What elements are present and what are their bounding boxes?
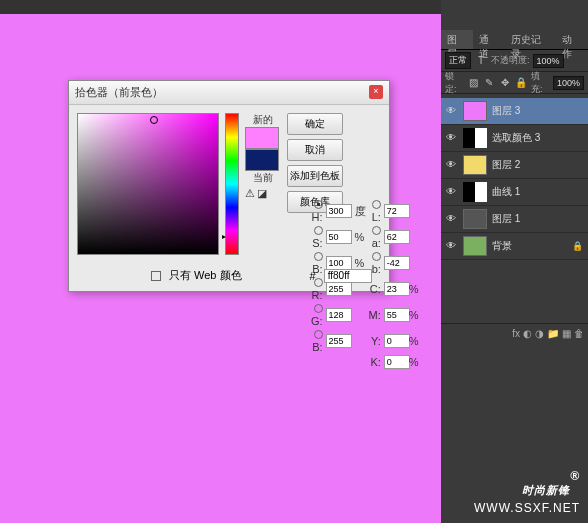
c-input[interactable] <box>384 282 410 296</box>
hex-input[interactable] <box>324 269 372 283</box>
g-input[interactable] <box>326 308 352 322</box>
cancel-button[interactable]: 取消 <box>287 139 343 161</box>
layers-panel: 图层 通道 历史记录 动作 正常 T 不透明度: 100% 锁定: ▨ ✎ ✥ … <box>441 0 588 523</box>
layer-name[interactable]: 图层 2 <box>492 158 520 172</box>
webonly-label: 只有 Web 颜色 <box>169 268 242 283</box>
radio-s[interactable] <box>314 226 323 235</box>
radio-g[interactable] <box>314 304 323 313</box>
dialog-titlebar[interactable]: 拾色器（前景色） × <box>69 81 389 105</box>
add-swatch-button[interactable]: 添加到色板 <box>287 165 343 187</box>
lock-icon: 🔒 <box>572 241 583 251</box>
visibility-icon[interactable]: 👁 <box>446 159 458 171</box>
radio-h[interactable] <box>314 200 323 209</box>
l-input[interactable] <box>384 204 410 218</box>
new-layer-icon[interactable]: ▦ <box>562 328 571 339</box>
folder-icon[interactable]: 📁 <box>547 328 559 339</box>
radio-a[interactable] <box>372 226 381 235</box>
mask-icon[interactable]: ◐ <box>523 328 532 339</box>
layer-row[interactable]: 👁 背景 🔒 <box>441 233 588 260</box>
layer-name[interactable]: 选取颜色 3 <box>492 131 540 145</box>
lock-label: 锁定: <box>445 70 464 96</box>
layer-name[interactable]: 曲线 1 <box>492 185 520 199</box>
unit-pct: % <box>355 231 366 243</box>
visibility-icon[interactable]: 👁 <box>446 213 458 225</box>
color-picker-dialog: 拾色器（前景色） × ▸ 新的 当前 ⚠◪ 确定 取消 添加到色板 颜色库 H:… <box>68 80 390 292</box>
ok-button[interactable]: 确定 <box>287 113 343 135</box>
radio-bb[interactable] <box>314 330 323 339</box>
lock-all-icon[interactable]: 🔒 <box>515 76 528 90</box>
opacity-value[interactable]: 100% <box>533 54 564 68</box>
adjustment-icon[interactable]: ◑ <box>535 328 544 339</box>
tab-actions[interactable]: 动作 <box>556 30 588 49</box>
visibility-icon[interactable]: 👁 <box>446 132 458 144</box>
layer-thumb[interactable] <box>463 101 487 121</box>
text-icon[interactable]: T <box>474 54 488 68</box>
layer-name[interactable]: 图层 3 <box>492 104 520 118</box>
s-input[interactable] <box>326 230 352 244</box>
canvas-topbar <box>0 0 442 14</box>
panel-tabs: 图层 通道 历史记录 动作 <box>441 30 588 50</box>
tab-channels[interactable]: 通道 <box>473 30 505 49</box>
layer-thumb[interactable] <box>463 236 487 256</box>
lock-move-icon[interactable]: ✥ <box>499 76 512 90</box>
close-icon[interactable]: × <box>369 85 383 99</box>
layer-row[interactable]: 👁 曲线 1 <box>441 179 588 206</box>
webonly-checkbox[interactable] <box>151 271 161 281</box>
current-color-label: 当前 <box>245 171 281 185</box>
color-field[interactable] <box>77 113 219 255</box>
new-color-label: 新的 <box>245 113 281 127</box>
layer-row[interactable]: 👁 图层 2 <box>441 152 588 179</box>
layer-name[interactable]: 图层 1 <box>492 212 520 226</box>
hue-slider[interactable]: ▸ <box>225 113 239 255</box>
visibility-icon[interactable]: 👁 <box>446 240 458 252</box>
layer-toolbar-2: 锁定: ▨ ✎ ✥ 🔒 填充: 100% <box>441 72 588 94</box>
radio-l[interactable] <box>372 200 381 209</box>
hue-marker-icon: ▸ <box>222 232 226 241</box>
layer-thumb[interactable] <box>463 155 487 175</box>
lock-pixels-icon[interactable]: ▨ <box>467 76 480 90</box>
layer-thumb[interactable] <box>463 209 487 229</box>
layer-thumb[interactable] <box>463 128 487 148</box>
b-input[interactable] <box>326 334 352 348</box>
layer-list: 👁 图层 3 👁 选取颜色 3 👁 图层 2 👁 曲线 1 👁 图层 1 👁 <box>441 94 588 264</box>
color-cursor-icon <box>150 116 158 124</box>
r-input[interactable] <box>326 282 352 296</box>
new-color-swatch <box>245 127 279 149</box>
visibility-icon[interactable]: 👁 <box>446 105 458 117</box>
current-color-swatch <box>245 149 279 171</box>
radio-lb[interactable] <box>372 252 381 261</box>
opacity-label: 不透明度: <box>491 54 530 67</box>
h-input[interactable] <box>326 204 352 218</box>
fx-icon[interactable]: fx <box>512 328 520 339</box>
a-input[interactable] <box>384 230 410 244</box>
y-input[interactable] <box>384 334 410 348</box>
dialog-title: 拾色器（前景色） <box>75 85 163 100</box>
layer-row[interactable]: 👁 图层 3 <box>441 98 588 125</box>
layer-footer: fx ◐ ◑ 📁 ▦ 🗑 <box>441 323 588 343</box>
color-values-grid: H:度 L: S:% a: B:% b: R: C:% G: M:% B: Y:… <box>311 199 419 369</box>
layer-thumb[interactable] <box>463 182 487 202</box>
tab-layers[interactable]: 图层 <box>441 30 473 49</box>
lock-brush-icon[interactable]: ✎ <box>483 76 496 90</box>
visibility-icon[interactable]: 👁 <box>446 186 458 198</box>
trash-icon[interactable]: 🗑 <box>574 328 584 339</box>
k-input[interactable] <box>384 355 410 369</box>
gamut-warning-icon[interactable]: ⚠ <box>245 187 255 200</box>
hex-label: # <box>310 270 316 282</box>
m-input[interactable] <box>384 308 410 322</box>
layer-row[interactable]: 👁 选取颜色 3 <box>441 125 588 152</box>
fill-value[interactable]: 100% <box>553 76 584 90</box>
radio-b[interactable] <box>314 252 323 261</box>
watermark: 时尚新锋® WWW.SSXF.NET <box>474 469 580 515</box>
unit-deg: 度 <box>355 204 366 219</box>
layer-row[interactable]: 👁 图层 1 <box>441 206 588 233</box>
tab-history[interactable]: 历史记录 <box>505 30 557 49</box>
blend-mode-select[interactable]: 正常 <box>445 52 471 69</box>
fill-label: 填充: <box>531 70 550 96</box>
layer-name[interactable]: 背景 <box>492 239 512 253</box>
websafe-warning-icon[interactable]: ◪ <box>257 187 267 200</box>
